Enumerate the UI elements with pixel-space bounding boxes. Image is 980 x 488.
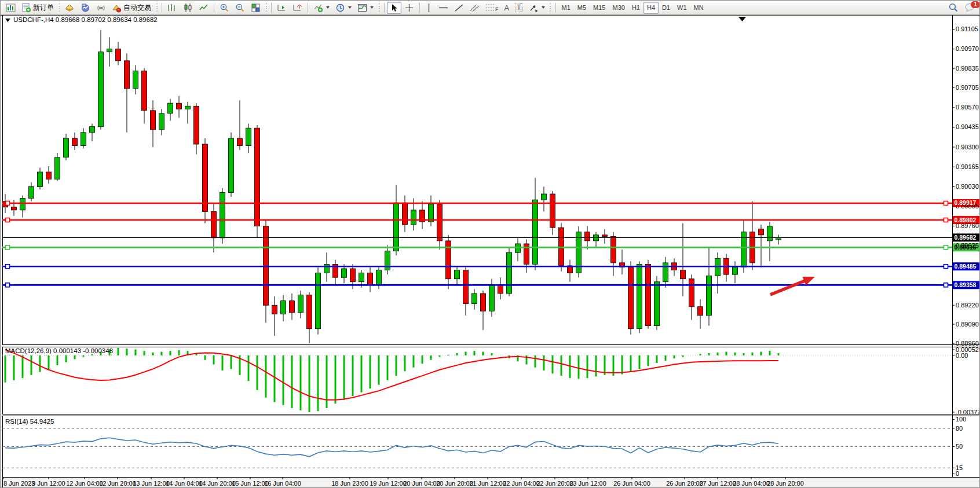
time-label: 8 Jun 2023 (3, 480, 35, 487)
navigator-button[interactable] (78, 2, 93, 14)
rsi-title: RSI(14) 54.9425 (5, 418, 54, 425)
price-tick-label: 0.89220 (956, 302, 979, 309)
fibonacci-tool-button[interactable]: F (482, 2, 502, 14)
auto-scroll-icon (277, 3, 287, 13)
timeframe-d1-button[interactable]: D1 (659, 2, 674, 14)
time-label: 28 Jun 20:00 (767, 480, 804, 487)
time-label: 21 Jun 12:00 (469, 480, 506, 487)
vertical-line-tool-button[interactable] (422, 2, 436, 14)
toolbar-separator (162, 3, 162, 13)
timeframe-mn-button[interactable]: MN (690, 2, 707, 14)
time-label: 20 Jun 20:00 (436, 480, 473, 487)
rsi-tick-label: 100 (956, 416, 966, 423)
zoom-in-button[interactable] (217, 2, 232, 14)
new-order-button[interactable]: 新订单 (19, 2, 57, 14)
toolbar-grip (549, 3, 552, 13)
navigator-icon (81, 3, 90, 13)
auto-trading-icon (112, 3, 122, 13)
macd-tick-label: -0.003771 (956, 409, 980, 416)
price-tick-label: 0.90030 (956, 183, 979, 190)
notifications-button[interactable]: 1 (961, 2, 978, 14)
toolbar-separator (555, 3, 556, 13)
mt4-window: 新订单 自动交易 (0, 0, 980, 488)
text-tool-icon: A (504, 3, 510, 12)
time-label: 20 Jun 04:00 (403, 480, 440, 487)
time-label: 27 Jun 12:00 (699, 480, 736, 487)
price-tick-label: 0.91105 (956, 25, 978, 32)
candlestick-chart-icon (183, 3, 193, 13)
chart-bars-button[interactable] (164, 2, 180, 14)
dropdown-caret-icon (326, 6, 330, 9)
price-tick-label: 0.90705 (956, 84, 979, 91)
crosshair-tool-button[interactable] (401, 2, 417, 14)
new-order-icon (21, 3, 31, 13)
price-tick-label: 0.90835 (956, 65, 979, 72)
time-label: 15 Jun 12:00 (232, 480, 269, 487)
toolbar-grip (378, 3, 381, 13)
text-tool-button[interactable]: A (502, 2, 513, 14)
timeframe-h4-button[interactable]: H4 (643, 2, 659, 14)
line-chart-icon (199, 3, 209, 13)
time-label: 26 Jun 04:00 (613, 480, 650, 487)
market-watch-button[interactable] (62, 2, 78, 14)
chart-title: USDCHF-,H4 0.89668 0.89702 0.89634 0.896… (13, 16, 158, 23)
zoom-in-icon (220, 3, 229, 13)
fibonacci-letter: F (495, 6, 499, 12)
chart-canvas[interactable]: 0.911050.909700.908350.907050.905700.904… (1, 1, 980, 488)
search-button[interactable] (945, 2, 961, 14)
tile-windows-icon (251, 3, 261, 13)
arrows-tool-button[interactable] (526, 2, 548, 14)
chart-line-button[interactable] (196, 2, 211, 14)
text-label-tool-button[interactable]: T (512, 2, 525, 14)
chart-shift-icon (292, 3, 302, 13)
trendline-tool-button[interactable] (451, 2, 467, 14)
toolbar-separator (271, 3, 272, 13)
fibonacci-icon (485, 3, 495, 13)
timeframe-h1-button[interactable]: H1 (628, 2, 643, 14)
cursor-tool-button[interactable] (387, 2, 401, 14)
signals-button[interactable] (93, 2, 109, 14)
time-label: 28 Jun 04:00 (733, 480, 770, 487)
price-tick-label: 0.89090 (956, 321, 979, 328)
price-line-badge: 0.89615 (955, 244, 977, 251)
horizontal-line-tool-button[interactable] (436, 2, 451, 14)
chart-candles-button[interactable] (180, 2, 196, 14)
timeframe-m5-button[interactable]: M5 (574, 2, 590, 14)
toolbar-separator (308, 3, 308, 13)
timeframe-w1-button[interactable]: W1 (674, 2, 690, 14)
horizontal-line-icon (438, 4, 448, 12)
timeframe-m15-button[interactable]: M15 (590, 2, 609, 14)
bar-chart-icon (167, 3, 177, 13)
time-label: 22 Jun 04:00 (503, 480, 540, 487)
price-line-badge: 0.89682 (955, 234, 977, 241)
rsi-tick-label: 0 (956, 470, 959, 477)
templates-button[interactable] (354, 2, 376, 14)
time-label: 13 Jun 12:00 (133, 480, 170, 487)
app-icon (3, 1, 19, 14)
market-watch-icon (65, 3, 75, 13)
timeframe-m30-button[interactable]: M30 (609, 2, 628, 14)
auto-trading-label: 自动交易 (123, 3, 151, 13)
time-label: 12 Jun 20:00 (99, 480, 136, 487)
time-label: 14 Jun 04:00 (166, 480, 203, 487)
zoom-out-button[interactable] (232, 2, 248, 14)
chart-render-layer: 0.911050.909700.908350.907050.905700.904… (1, 15, 980, 488)
timeframe-m1-button[interactable]: M1 (558, 2, 574, 14)
tile-windows-button[interactable] (248, 2, 264, 14)
template-icon (357, 3, 367, 13)
toolbar-grip (58, 3, 61, 13)
indicators-button[interactable] (310, 2, 332, 14)
channel-tool-button[interactable] (467, 2, 482, 14)
macd-title: MACD(12,26,9) 0.000143 -0.000348 (5, 347, 113, 354)
chart-shift-button[interactable] (290, 2, 305, 14)
auto-scroll-button[interactable] (274, 2, 290, 14)
notification-count-badge: 1 (971, 1, 980, 8)
arrow-objects-icon (529, 3, 539, 13)
toolbar-grip (265, 3, 268, 13)
clock-icon (335, 3, 345, 13)
periods-button[interactable] (332, 2, 354, 14)
auto-trading-button[interactable]: 自动交易 (109, 2, 154, 14)
signal-icon (96, 3, 106, 13)
price-tick-label: 0.90970 (956, 45, 979, 52)
time-label: 16 Jun 04:00 (264, 480, 301, 487)
